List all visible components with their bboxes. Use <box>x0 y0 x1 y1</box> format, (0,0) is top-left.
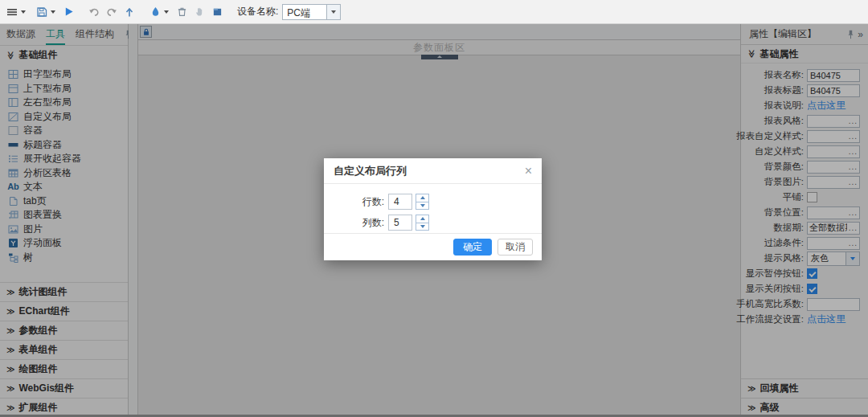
delete-icon <box>177 6 187 17</box>
pan-icon <box>194 6 205 17</box>
rows-field-row: 行数: <box>354 194 542 210</box>
dialog-title: 自定义布局行列 <box>334 164 407 178</box>
cols-input[interactable] <box>388 215 412 231</box>
redo-icon <box>106 6 117 18</box>
close-icon[interactable]: × <box>525 165 532 178</box>
device-select-caret-icon[interactable] <box>326 4 341 20</box>
dialog-titlebar: 自定义布局行列 × <box>324 158 542 184</box>
menu-caret-icon[interactable] <box>19 3 27 21</box>
dialog-body: 行数: 列数: <box>324 184 542 231</box>
redo-button[interactable] <box>104 3 119 21</box>
rows-stepper <box>416 194 429 210</box>
format-paint-caret-icon[interactable] <box>162 3 170 21</box>
device-select[interactable]: PC端 <box>282 4 341 20</box>
format-paint-button[interactable] <box>148 3 162 21</box>
rows-stepper-up-icon[interactable] <box>416 194 428 202</box>
menu-icon <box>6 6 18 18</box>
run-icon <box>63 6 74 17</box>
main-toolbar: 设备名称: PC端 <box>0 0 868 24</box>
paste-icon <box>212 6 223 17</box>
format-paint-icon <box>150 6 161 17</box>
rows-label: 行数: <box>354 195 384 209</box>
cols-field-row: 列数: <box>354 215 542 231</box>
custom-layout-dialog: 自定义布局行列 × 行数: 列数: 确定 <box>324 158 542 260</box>
dialog-footer: 确定 取消 <box>324 233 542 260</box>
ok-button[interactable]: 确定 <box>453 239 492 256</box>
cols-stepper-down-icon[interactable] <box>416 223 428 231</box>
rows-input[interactable] <box>388 194 412 210</box>
cancel-button[interactable]: 取消 <box>497 239 533 256</box>
pan-button[interactable] <box>192 3 207 21</box>
cols-stepper-up-icon[interactable] <box>416 215 428 223</box>
device-name-label: 设备名称: <box>237 5 278 18</box>
save-icon <box>36 6 47 18</box>
publish-button[interactable] <box>122 3 137 21</box>
cols-stepper <box>416 215 429 231</box>
save-button[interactable] <box>35 3 49 21</box>
run-button[interactable] <box>61 3 76 21</box>
menu-button[interactable] <box>5 3 19 21</box>
device-select-value: PC端 <box>282 4 326 20</box>
rows-stepper-down-icon[interactable] <box>416 202 428 210</box>
paste-button[interactable] <box>210 3 224 21</box>
undo-button[interactable] <box>87 3 101 21</box>
publish-icon <box>124 6 135 18</box>
delete-button[interactable] <box>174 3 189 21</box>
save-caret-icon[interactable] <box>49 3 56 21</box>
cols-label: 列数: <box>354 216 384 230</box>
undo-icon <box>88 6 100 18</box>
app-window: 设备名称: PC端 数据源 工具 组件结构 « ≫ 基础组件 <box>0 0 868 417</box>
